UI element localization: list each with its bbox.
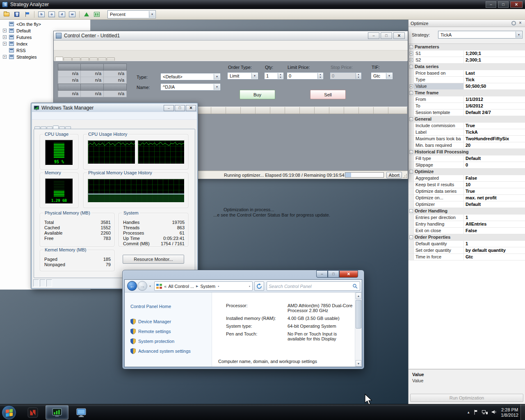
indicator-chart-icon[interactable]: [92, 10, 101, 18]
expander-icon[interactable]: [409, 208, 414, 214]
property-row[interactable]: S2 2;300;1: [409, 57, 525, 64]
property-row[interactable]: Historical Fill Processing: [409, 149, 525, 155]
abort-button[interactable]: Abort: [386, 172, 402, 178]
breadcrumb-overflow-icon[interactable]: «: [164, 284, 167, 289]
expander-icon[interactable]: [409, 77, 414, 83]
menu-item[interactable]: [50, 115, 56, 116]
grid-column-header[interactable]: [344, 107, 359, 114]
close-button[interactable]: [339, 270, 358, 278]
expander-icon[interactable]: [409, 149, 414, 155]
property-value[interactable]: by default quantity: [464, 247, 525, 253]
quote-column-header[interactable]: [58, 64, 81, 71]
tab[interactable]: [107, 57, 115, 61]
expander-icon[interactable]: [409, 234, 414, 240]
grid-column-header[interactable]: [388, 107, 407, 114]
maximize-button[interactable]: [498, 1, 509, 8]
expander-icon[interactable]: [409, 254, 414, 260]
expander-icon[interactable]: [409, 50, 414, 57]
property-row[interactable]: Value 50;500;50: [409, 83, 525, 90]
display-mode-combobox[interactable]: Percent: [107, 10, 156, 18]
sidebar-task-link[interactable]: Advanced system settings: [130, 348, 212, 354]
expander-icon[interactable]: [409, 247, 414, 253]
close-button[interactable]: [510, 1, 523, 8]
property-value[interactable]: False: [464, 228, 525, 234]
property-row[interactable]: Exit on close False: [409, 228, 525, 234]
basket-d-icon[interactable]: [57, 10, 66, 18]
property-row[interactable]: Label TickA: [409, 129, 525, 136]
basket-o-icon[interactable]: [47, 10, 56, 18]
close-button[interactable]: [393, 32, 405, 39]
grid-column-header[interactable]: [241, 107, 256, 114]
limit-price-spinner[interactable]: 0: [287, 72, 324, 80]
menu-item[interactable]: [79, 45, 87, 46]
show-desktop-button[interactable]: [520, 404, 525, 420]
expander-icon[interactable]: [409, 188, 414, 194]
qty-spinner[interactable]: 1: [264, 72, 284, 80]
property-row[interactable]: Keep best # results 10: [409, 182, 525, 188]
property-row[interactable]: Parameters: [409, 44, 525, 50]
window-titlebar[interactable]: Windows Task Manager: [32, 104, 197, 112]
expander-icon[interactable]: [409, 221, 414, 227]
expander-icon[interactable]: [409, 103, 414, 109]
forward-button[interactable]: →: [137, 281, 147, 291]
property-value[interactable]: Last: [464, 70, 525, 76]
expander-icon[interactable]: [409, 136, 414, 142]
quote-row[interactable]: n/an/an/a: [58, 71, 127, 77]
grid-column-header[interactable]: [359, 107, 374, 114]
grid-column-header[interactable]: [226, 107, 241, 114]
volume-icon[interactable]: [492, 410, 497, 415]
property-row[interactable]: Data series: [409, 64, 525, 70]
grid-column-header[interactable]: [270, 107, 285, 114]
taskbar-app-button[interactable]: [21, 405, 44, 420]
property-row[interactable]: To 1/6/2012: [409, 103, 525, 110]
search-icon[interactable]: [351, 283, 360, 289]
tab[interactable]: [64, 57, 72, 61]
property-row[interactable]: Optimize on... max. net profit: [409, 195, 525, 201]
expander-icon[interactable]: [409, 175, 414, 181]
property-value[interactable]: 1/1/2012: [464, 96, 525, 103]
expander-icon[interactable]: [409, 123, 414, 129]
quote-column-header[interactable]: [81, 84, 104, 91]
window-titlebar[interactable]: Control Center - Untitled1: [54, 31, 408, 41]
recent-pages-dropdown-icon[interactable]: ▼: [149, 285, 151, 288]
property-value[interactable]: AllEntries: [464, 221, 525, 227]
quote-column-header[interactable]: [104, 64, 127, 71]
tab[interactable]: [55, 57, 63, 61]
quote-column-header[interactable]: [104, 84, 127, 91]
grid-column-header[interactable]: [329, 107, 344, 114]
scroll-up-icon[interactable]: ▲: [356, 292, 361, 299]
basket-w-icon[interactable]: [68, 10, 77, 18]
taskbar-clock[interactable]: 2:28 PM 1/8/2012: [501, 407, 518, 418]
tree-expander-icon[interactable]: [3, 29, 7, 32]
strategy-combobox[interactable]: TickA: [438, 31, 523, 39]
minimize-button[interactable]: [486, 1, 496, 8]
menu-item[interactable]: [57, 45, 64, 46]
expander-icon[interactable]: [409, 64, 414, 70]
tab[interactable]: [81, 57, 89, 61]
refresh-icon[interactable]: [511, 21, 516, 25]
property-row[interactable]: General: [409, 116, 525, 123]
run-optimization-button[interactable]: Run Optimization: [410, 394, 523, 402]
expander-icon[interactable]: [409, 182, 414, 188]
tree-expander-icon[interactable]: [3, 55, 7, 59]
order-type-combobox[interactable]: Limit: [227, 72, 258, 80]
property-row[interactable]: Optimize data series True: [409, 188, 525, 195]
indicator-up-icon[interactable]: [82, 10, 91, 18]
sidebar-tree-item[interactable]: <On the fly>: [0, 21, 90, 27]
tab[interactable]: [89, 57, 98, 61]
menu-item[interactable]: [64, 45, 72, 46]
property-value[interactable]: 20: [464, 142, 525, 148]
sidebar-task-link[interactable]: Remote settings: [130, 329, 212, 334]
grid-column-header[interactable]: [285, 107, 300, 114]
sidebar-task-link[interactable]: System protection: [130, 338, 212, 344]
refresh-button[interactable]: [254, 281, 264, 291]
tif-combobox[interactable]: Gtc: [371, 72, 393, 80]
scrollbar-thumb[interactable]: [356, 300, 361, 329]
resize-grip[interactable]: [402, 173, 407, 178]
expander-icon[interactable]: [409, 129, 414, 135]
property-value[interactable]: 0: [464, 162, 525, 168]
property-row[interactable]: Time in force Gtc: [409, 254, 525, 260]
tab[interactable]: [72, 57, 80, 61]
scrollbar[interactable]: ▲ ▼: [355, 292, 362, 367]
search-input[interactable]: [267, 284, 351, 289]
